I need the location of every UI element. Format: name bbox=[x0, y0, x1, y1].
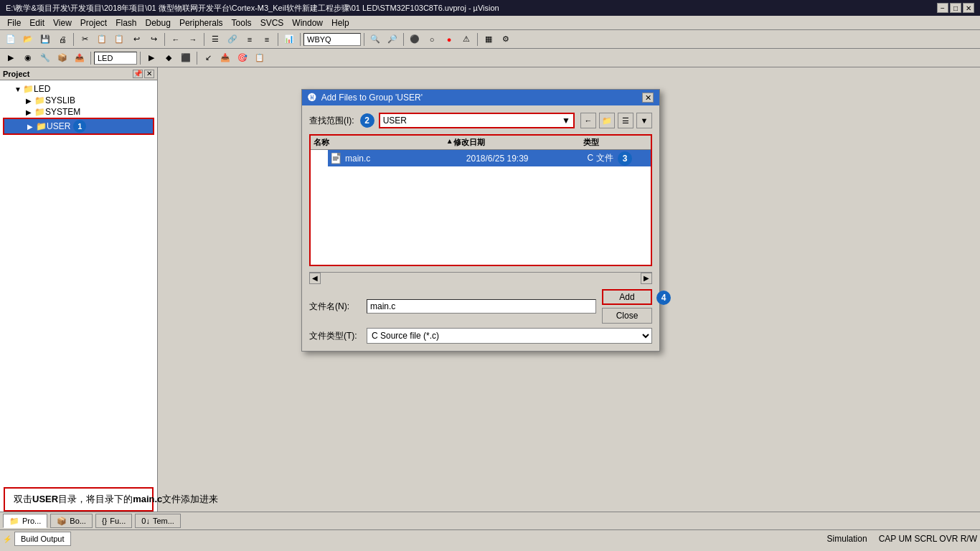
minimize-button[interactable]: − bbox=[937, 3, 948, 13]
col-type[interactable]: 类型 bbox=[583, 137, 648, 148]
tab-templates[interactable]: 0↓ Tem... bbox=[135, 514, 181, 528]
dialog-location-row: 查找范围(I): 2 USER ▼ ← 📁 ☰ ▼ bbox=[309, 113, 652, 128]
scroll-track[interactable] bbox=[322, 274, 639, 283]
run-button[interactable]: ⚫ bbox=[407, 32, 423, 47]
list-button[interactable]: ≡ bbox=[242, 32, 258, 47]
warning-button[interactable]: ⚠ bbox=[458, 32, 474, 47]
status-indicators: CAP UM SCRL OVR R/W bbox=[879, 534, 977, 544]
menu-tools[interactable]: Tools bbox=[227, 17, 256, 29]
build-output-tab[interactable]: Build Output bbox=[14, 532, 71, 546]
filetype-label: 文件类型(T): bbox=[309, 330, 367, 342]
add-label: Add bbox=[619, 292, 634, 302]
bookmark-button[interactable]: ☰ bbox=[207, 32, 223, 47]
tree-item-system[interactable]: ▶ 📁 SYSTEM bbox=[3, 106, 154, 118]
tb2-btn12[interactable]: 📋 bbox=[252, 50, 268, 66]
panel-close-button[interactable]: ✕ bbox=[144, 70, 154, 78]
tb2-btn6[interactable]: ▶ bbox=[143, 50, 159, 66]
filename-input[interactable] bbox=[367, 299, 596, 314]
title-text: E:\教学&项目开发\开发项目\2018年项目\01 微型物联网开发平台\Cor… bbox=[6, 3, 937, 14]
paste-button[interactable]: 📋 bbox=[111, 32, 127, 47]
menu-svcs[interactable]: SVCS bbox=[256, 17, 288, 29]
tb2-btn4[interactable]: 📦 bbox=[55, 50, 70, 66]
menu-peripherals[interactable]: Peripherals bbox=[175, 17, 227, 29]
settings-button[interactable]: ⚙ bbox=[498, 32, 514, 47]
tree-item-led[interactable]: ▼ 📁 LED bbox=[3, 83, 154, 95]
tab-books[interactable]: 📦 Bo... bbox=[50, 514, 93, 528]
undo-button[interactable]: ↩ bbox=[128, 32, 144, 47]
save-button[interactable]: 💾 bbox=[37, 32, 53, 47]
view-menu-button[interactable]: ▼ bbox=[636, 113, 652, 128]
new-file-button[interactable]: 📄 bbox=[3, 32, 19, 47]
tb2-btn1[interactable]: ▶ bbox=[3, 50, 19, 66]
led-input[interactable] bbox=[94, 52, 137, 65]
new-folder-button[interactable]: 📁 bbox=[599, 113, 615, 128]
separator-9 bbox=[90, 52, 91, 65]
tb2-btn10[interactable]: 📥 bbox=[217, 50, 233, 66]
file-row-main-c[interactable]: main.c 2018/6/25 19:39 C 文件 bbox=[328, 150, 651, 166]
separator-7 bbox=[403, 33, 404, 46]
horizontal-scroll[interactable]: ◀ ▶ bbox=[309, 272, 652, 283]
cut-button[interactable]: ✂ bbox=[77, 32, 93, 47]
tree-item-user[interactable]: ▶ 📁 USER 1 bbox=[3, 118, 154, 135]
location-dropdown[interactable]: USER ▼ bbox=[379, 113, 575, 128]
action-buttons: Add 4 Close bbox=[602, 289, 652, 324]
close-window-button[interactable]: ✕ bbox=[963, 3, 974, 13]
open-button[interactable]: 📂 bbox=[20, 32, 36, 47]
dialog-title-bar: 🅦 Add Files to Group 'USER' ✕ bbox=[302, 90, 659, 105]
tb2-btn2[interactable]: ◉ bbox=[20, 50, 36, 66]
zoom-button[interactable]: 🔎 bbox=[385, 32, 400, 47]
redo-button[interactable]: ↪ bbox=[146, 32, 161, 47]
search-input[interactable] bbox=[303, 33, 361, 46]
menu-help[interactable]: Help bbox=[327, 17, 354, 29]
filetype-dropdown[interactable]: C Source file (*.c) All files (*.*) ASM … bbox=[367, 328, 652, 344]
tb2-btn11[interactable]: 🎯 bbox=[235, 50, 250, 66]
grid-button[interactable]: ▦ bbox=[481, 32, 496, 47]
tb2-btn8[interactable]: ⬛ bbox=[178, 50, 194, 66]
scroll-left-button[interactable]: ◀ bbox=[309, 273, 321, 284]
nav-up-button[interactable]: ← bbox=[580, 113, 596, 128]
tab-functions[interactable]: {} Fu... bbox=[95, 514, 132, 528]
expand-icon[interactable]: ▶ bbox=[26, 108, 34, 116]
chart-button[interactable]: 📊 bbox=[281, 32, 297, 47]
scroll-right-button[interactable]: ▶ bbox=[641, 273, 652, 284]
menu-project[interactable]: Project bbox=[76, 17, 111, 29]
menu-debug[interactable]: Debug bbox=[141, 17, 175, 29]
bookmark2-button[interactable]: 🔗 bbox=[225, 32, 240, 47]
tb2-btn5[interactable]: 📤 bbox=[72, 50, 88, 66]
nav-forward-button[interactable]: → bbox=[185, 32, 201, 47]
tb2-btn7[interactable]: ◆ bbox=[161, 50, 176, 66]
add-button[interactable]: Add 4 bbox=[602, 289, 652, 305]
maximize-button[interactable]: □ bbox=[950, 3, 961, 13]
tb2-btn3[interactable]: 🔧 bbox=[37, 50, 53, 66]
system-label: SYSTEM bbox=[45, 107, 80, 117]
view-toggle-button[interactable]: ☰ bbox=[618, 113, 633, 128]
print-button[interactable]: 🖨 bbox=[55, 32, 70, 47]
panel-pin-button[interactable]: 📌 bbox=[133, 70, 143, 78]
expand-icon[interactable]: ▶ bbox=[27, 123, 36, 131]
stop-button[interactable]: ○ bbox=[424, 32, 440, 47]
tb2-btn9[interactable]: ↙ bbox=[200, 50, 216, 66]
dialog-close-button[interactable]: ✕ bbox=[642, 93, 654, 103]
close-button[interactable]: Close bbox=[602, 308, 652, 324]
title-bar-buttons[interactable]: − □ ✕ bbox=[937, 3, 974, 13]
menu-flash[interactable]: Flash bbox=[111, 17, 141, 29]
tab-project[interactable]: 📁 Pro... bbox=[3, 514, 47, 528]
expand-icon[interactable]: ▼ bbox=[14, 85, 23, 93]
copy-button[interactable]: 📋 bbox=[94, 32, 110, 47]
expand-icon[interactable]: ▶ bbox=[26, 97, 34, 105]
sort-icon: ▲ bbox=[446, 137, 453, 148]
search-button[interactable]: 🔍 bbox=[367, 32, 383, 47]
col-name[interactable]: 名称 bbox=[314, 137, 443, 148]
separator-3 bbox=[204, 33, 204, 46]
filename-row: 文件名(N): Add 4 Close bbox=[309, 289, 652, 324]
menu-view[interactable]: View bbox=[49, 17, 76, 29]
tree-item-syslib[interactable]: ▶ 📁 SYSLIB bbox=[3, 95, 154, 106]
list2-button[interactable]: ≡ bbox=[259, 32, 275, 47]
menu-edit[interactable]: Edit bbox=[25, 17, 49, 29]
debug-button[interactable]: ● bbox=[441, 32, 457, 47]
location-label: 查找范围(I): bbox=[309, 115, 354, 127]
col-date[interactable]: 修改日期 bbox=[453, 137, 583, 148]
menu-file[interactable]: File bbox=[3, 17, 25, 29]
nav-back-button[interactable]: ← bbox=[168, 32, 184, 47]
menu-window[interactable]: Window bbox=[288, 17, 327, 29]
